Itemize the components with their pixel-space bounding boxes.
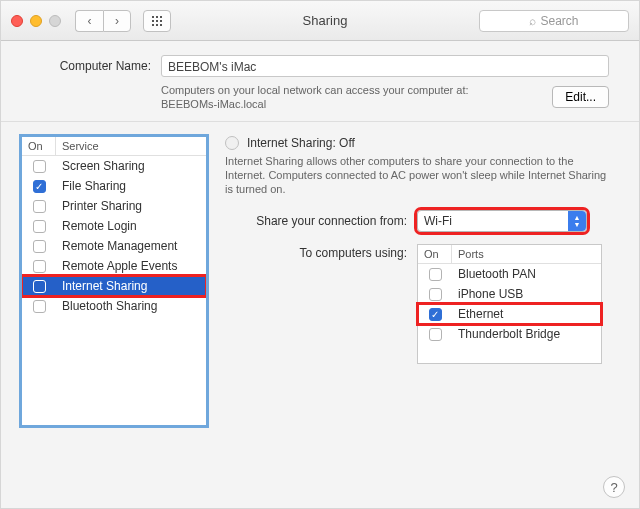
service-heading: Internet Sharing: Off: [247, 136, 355, 150]
computer-name-field[interactable]: BEEBOM's iMac: [161, 55, 609, 77]
service-checkbox[interactable]: [33, 280, 46, 293]
service-label: File Sharing: [56, 179, 206, 193]
service-checkbox[interactable]: [33, 260, 46, 273]
help-button[interactable]: ?: [603, 476, 625, 498]
port-row[interactable]: Bluetooth PAN: [418, 264, 601, 284]
service-checkbox[interactable]: [33, 220, 46, 233]
service-label: Bluetooth Sharing: [56, 299, 206, 313]
computer-name-section: Computer Name: BEEBOM's iMac Computers o…: [1, 41, 639, 122]
close-window-button[interactable]: [11, 15, 23, 27]
zoom-window-button: [49, 15, 61, 27]
share-from-label: Share your connection from:: [225, 214, 417, 228]
service-label: Printer Sharing: [56, 199, 206, 213]
service-label: Screen Sharing: [56, 159, 206, 173]
sharing-pref-pane: ‹ › Sharing ⌕ Search Computer Name: BEEB…: [0, 0, 640, 509]
ports-header: On Ports: [418, 245, 601, 264]
service-row[interactable]: Bluetooth Sharing: [22, 296, 206, 316]
service-row[interactable]: ✓File Sharing: [22, 176, 206, 196]
service-status-indicator: [225, 136, 239, 150]
col-on-header: On: [22, 137, 56, 155]
port-checkbox[interactable]: ✓: [429, 308, 442, 321]
col-service-header: Service: [56, 137, 206, 155]
chevron-left-icon: ‹: [88, 14, 92, 28]
minimize-window-button[interactable]: [30, 15, 42, 27]
service-checkbox[interactable]: ✓: [33, 180, 46, 193]
service-checkbox[interactable]: [33, 160, 46, 173]
service-description: Internet Sharing allows other computers …: [225, 154, 619, 196]
service-list-header: On Service: [22, 137, 206, 156]
internet-sharing-details: Internet Sharing: Off Internet Sharing a…: [225, 136, 619, 426]
port-checkbox[interactable]: [429, 328, 442, 341]
port-checkbox[interactable]: [429, 288, 442, 301]
port-label: Ethernet: [452, 307, 601, 321]
service-row[interactable]: Remote Login: [22, 216, 206, 236]
service-label: Remote Management: [56, 239, 206, 253]
service-label: Remote Apple Events: [56, 259, 206, 273]
chevron-right-icon: ›: [115, 14, 119, 28]
show-all-button[interactable]: [143, 10, 171, 32]
computer-name-label: Computer Name:: [31, 59, 151, 73]
window-title: Sharing: [179, 13, 471, 28]
search-input[interactable]: ⌕ Search: [479, 10, 629, 32]
updown-arrows-icon: ▲▼: [568, 211, 586, 231]
service-checkbox[interactable]: [33, 240, 46, 253]
help-icon: ?: [610, 480, 617, 495]
port-row[interactable]: ✓Ethernet: [418, 304, 601, 324]
service-row[interactable]: Remote Management: [22, 236, 206, 256]
to-computers-label: To computers using:: [225, 244, 417, 260]
grid-icon: [151, 15, 163, 27]
search-icon: ⌕: [529, 14, 536, 28]
service-row[interactable]: Screen Sharing: [22, 156, 206, 176]
service-row[interactable]: Internet Sharing: [22, 276, 206, 296]
port-checkbox[interactable]: [429, 268, 442, 281]
edit-hostname-button[interactable]: Edit...: [552, 86, 609, 108]
computer-name-hint: Computers on your local network can acce…: [161, 83, 552, 111]
share-from-select[interactable]: Wi-Fi ▲▼: [417, 210, 587, 232]
nav-buttons: ‹ ›: [75, 10, 131, 32]
service-checkbox[interactable]: [33, 300, 46, 313]
port-row[interactable]: Thunderbolt Bridge: [418, 324, 601, 344]
port-label: Bluetooth PAN: [452, 267, 601, 281]
back-button[interactable]: ‹: [75, 10, 103, 32]
search-placeholder: Search: [540, 14, 578, 28]
service-checkbox[interactable]: [33, 200, 46, 213]
ports-col-on: On: [418, 245, 452, 263]
service-row[interactable]: Printer Sharing: [22, 196, 206, 216]
window-controls: [11, 15, 61, 27]
port-label: iPhone USB: [452, 287, 601, 301]
service-label: Remote Login: [56, 219, 206, 233]
service-list[interactable]: On Service Screen Sharing✓File SharingPr…: [21, 136, 207, 426]
titlebar: ‹ › Sharing ⌕ Search: [1, 1, 639, 41]
ports-col-ports: Ports: [452, 245, 601, 263]
forward-button[interactable]: ›: [103, 10, 131, 32]
ports-list[interactable]: On Ports Bluetooth PANiPhone USB✓Etherne…: [417, 244, 602, 364]
share-from-value: Wi-Fi: [424, 214, 452, 228]
service-row[interactable]: Remote Apple Events: [22, 256, 206, 276]
port-row[interactable]: iPhone USB: [418, 284, 601, 304]
port-label: Thunderbolt Bridge: [452, 327, 601, 341]
main-area: On Service Screen Sharing✓File SharingPr…: [1, 122, 639, 440]
service-label: Internet Sharing: [56, 279, 206, 293]
